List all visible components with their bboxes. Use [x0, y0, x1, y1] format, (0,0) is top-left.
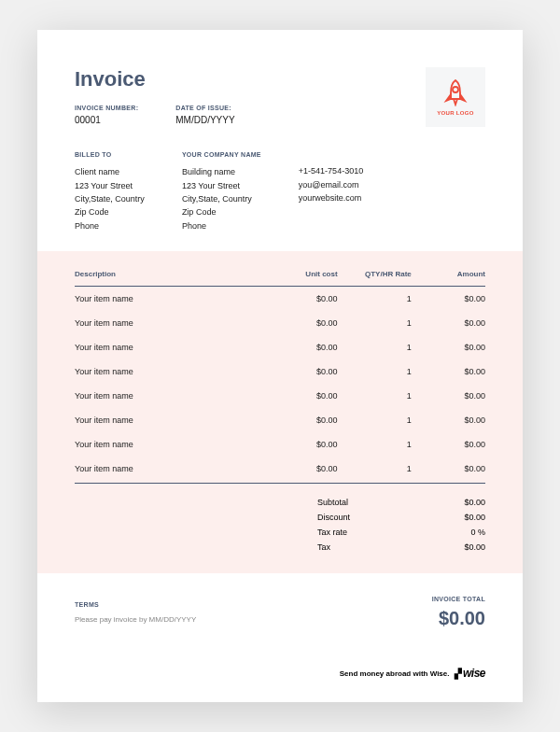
cell-amount: $0.00: [412, 432, 485, 457]
col-description: Description: [75, 270, 263, 287]
billed-to-line: Client name: [75, 165, 145, 178]
company-line: 123 Your Street: [182, 179, 261, 192]
contact-line: yourwebsite.com: [299, 191, 363, 204]
table-row: Your item name$0.001$0.00: [75, 408, 485, 432]
footer-row: TERMS Please pay invoice by MM/DD/YYYY I…: [75, 596, 485, 629]
wise-name: wise: [463, 667, 485, 680]
cell-desc: Your item name: [75, 457, 263, 483]
cell-unit: $0.00: [263, 335, 337, 359]
cell-unit: $0.00: [263, 384, 337, 408]
billed-to-line: City,State, Country: [75, 192, 145, 205]
cell-amount: $0.00: [412, 359, 485, 384]
invoice-total-label: INVOICE TOTAL: [432, 596, 485, 602]
company-line: City,State, Country: [182, 192, 261, 205]
table-row: Your item name$0.001$0.00: [75, 432, 485, 457]
billed-to-line: 123 Your Street: [75, 179, 145, 192]
table-row: Your item name$0.001$0.00: [75, 311, 485, 335]
table-row: Your item name$0.001$0.00: [75, 335, 485, 359]
table-row: Your item name$0.001$0.00: [75, 457, 485, 483]
terms-text: Please pay invoice by MM/DD/YYYY: [75, 615, 196, 624]
table-row: Your item name$0.001$0.00: [75, 359, 485, 384]
invoice-total-block: INVOICE TOTAL $0.00: [432, 596, 485, 629]
billed-to-line: Phone: [75, 219, 145, 232]
discount-label: Discount: [317, 513, 383, 522]
col-qty: QTY/HR Rate: [338, 270, 412, 287]
cell-qty: 1: [338, 384, 412, 408]
date-block: DATE OF ISSUE: MM/DD/YYYY: [175, 105, 234, 125]
cell-qty: 1: [338, 408, 412, 432]
brand-tagline: Send money abroad with Wise.: [340, 669, 450, 678]
contact-line: you@email.com: [299, 178, 363, 191]
cell-desc: Your item name: [75, 287, 263, 312]
cell-amount: $0.00: [412, 287, 485, 312]
cell-desc: Your item name: [75, 335, 263, 359]
tax-value: $0.00: [439, 542, 485, 552]
taxrate-label: Tax rate: [317, 528, 383, 537]
cell-qty: 1: [338, 432, 412, 457]
company-label: YOUR COMPANY NAME: [182, 149, 261, 160]
invoice-number-label: INVOICE NUMBER:: [75, 105, 138, 111]
terms-block: TERMS Please pay invoice by MM/DD/YYYY: [75, 601, 196, 624]
header-left: Invoice INVOICE NUMBER: 00001 DATE OF IS…: [75, 67, 235, 125]
billed-to-block: BILLED TO Client name 123 Your Street Ci…: [75, 149, 145, 232]
rocket-icon: [442, 78, 469, 106]
header-row: Invoice INVOICE NUMBER: 00001 DATE OF IS…: [75, 67, 485, 127]
taxrate-row: Tax rate 0 %: [75, 525, 485, 540]
company-line: Phone: [182, 219, 261, 232]
discount-row: Discount $0.00: [75, 510, 485, 525]
cell-desc: Your item name: [75, 384, 263, 408]
invoice-page: Invoice INVOICE NUMBER: 00001 DATE OF IS…: [37, 30, 523, 702]
cell-qty: 1: [338, 335, 412, 359]
cell-desc: Your item name: [75, 432, 263, 457]
date-label: DATE OF ISSUE:: [175, 105, 234, 111]
info-row: BILLED TO Client name 123 Your Street Ci…: [75, 149, 485, 232]
billed-to-line: Zip Code: [75, 205, 145, 218]
subtotal-row: Subtotal $0.00: [75, 495, 485, 510]
cell-desc: Your item name: [75, 311, 263, 335]
contact-block: +1-541-754-3010 you@email.com yourwebsit…: [299, 164, 363, 232]
table-row: Your item name$0.001$0.00: [75, 287, 485, 312]
tax-label: Tax: [317, 542, 383, 552]
brand-row: Send money abroad with Wise. ▞wise: [75, 667, 485, 680]
cell-unit: $0.00: [263, 432, 337, 457]
company-block: YOUR COMPANY NAME Building name 123 Your…: [182, 149, 261, 232]
company-line: Building name: [182, 165, 261, 178]
cell-qty: 1: [338, 287, 412, 312]
billed-to-label: BILLED TO: [75, 149, 145, 160]
terms-label: TERMS: [75, 601, 196, 608]
subtotal-value: $0.00: [439, 498, 485, 507]
invoice-title: Invoice: [75, 67, 235, 92]
tax-row: Tax $0.00: [75, 540, 485, 555]
wise-flag-icon: ▞: [455, 669, 462, 679]
cell-amount: $0.00: [412, 335, 485, 359]
cell-amount: $0.00: [412, 384, 485, 408]
cell-amount: $0.00: [412, 457, 485, 483]
contact-line: +1-541-754-3010: [299, 164, 363, 177]
cell-unit: $0.00: [263, 311, 337, 335]
company-line: Zip Code: [182, 205, 261, 218]
cell-amount: $0.00: [412, 311, 485, 335]
cell-unit: $0.00: [263, 408, 337, 432]
wise-logo: ▞wise: [455, 667, 485, 680]
taxrate-value: 0 %: [439, 528, 485, 537]
meta-row: INVOICE NUMBER: 00001 DATE OF ISSUE: MM/…: [75, 105, 235, 125]
cell-qty: 1: [338, 359, 412, 384]
cell-unit: $0.00: [263, 359, 337, 384]
date-value: MM/DD/YYYY: [175, 115, 234, 125]
cell-unit: $0.00: [263, 287, 337, 312]
cell-unit: $0.00: [263, 457, 337, 483]
items-section: Description Unit cost QTY/HR Rate Amount…: [37, 251, 523, 573]
logo-text: YOUR LOGO: [437, 110, 473, 116]
invoice-total-amount: $0.00: [432, 608, 485, 629]
col-unit-cost: Unit cost: [263, 270, 337, 287]
totals-block: Subtotal $0.00 Discount $0.00 Tax rate 0…: [75, 483, 485, 555]
cell-amount: $0.00: [412, 408, 485, 432]
cell-qty: 1: [338, 311, 412, 335]
discount-value: $0.00: [439, 513, 485, 522]
invoice-number-value: 00001: [75, 115, 138, 125]
cell-qty: 1: [338, 457, 412, 483]
subtotal-label: Subtotal: [317, 498, 383, 507]
col-amount: Amount: [412, 270, 485, 287]
svg-point-0: [453, 87, 458, 92]
table-header-row: Description Unit cost QTY/HR Rate Amount: [75, 270, 485, 287]
